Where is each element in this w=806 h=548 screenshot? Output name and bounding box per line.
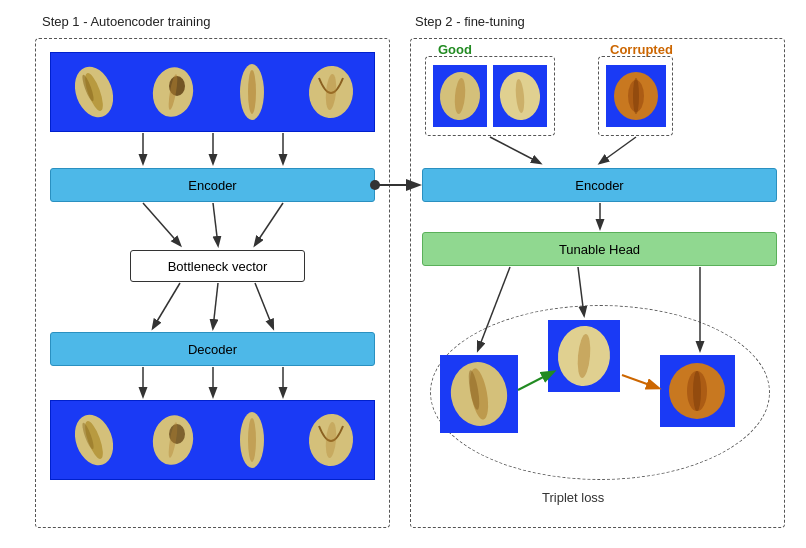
input-image-strip: [50, 52, 375, 132]
svg-point-10: [248, 70, 256, 114]
good-label: Good: [438, 42, 472, 57]
good-bean-1: [433, 65, 487, 127]
good-images-box: [425, 56, 555, 136]
bean-img-2: [147, 58, 199, 126]
step1-decoder-label: Decoder: [188, 342, 237, 357]
step2-encoder-bar: Encoder: [422, 168, 777, 202]
tunable-head-label: Tunable Head: [559, 242, 640, 257]
bean-img-4: [305, 58, 357, 126]
bean-img-1: [68, 58, 120, 126]
bottleneck-box: Bottleneck vector: [130, 250, 305, 282]
negative-bean-img: [660, 355, 735, 427]
positive-bean-img: [548, 320, 620, 392]
corrupted-label: Corrupted: [610, 42, 673, 57]
corrupted-images-box: [598, 56, 673, 136]
corrupted-bean-1: [606, 65, 666, 127]
svg-point-37: [633, 78, 639, 114]
triplet-negative-bean: [660, 355, 735, 427]
out-bean-1: [68, 406, 120, 474]
svg-point-48: [693, 371, 701, 411]
tunable-head-bar: Tunable Head: [422, 232, 777, 266]
out-bean-4: [305, 406, 357, 474]
step1-label: Step 1 - Autoencoder training: [42, 14, 210, 29]
step2-encoder-label: Encoder: [575, 178, 623, 193]
output-image-strip: [50, 400, 375, 480]
out-bean-2: [147, 406, 199, 474]
diagram-container: Step 1 - Autoencoder training Step 2 - f…: [0, 0, 806, 548]
step1-encoder-bar: Encoder: [50, 168, 375, 202]
out-bean-3: [226, 406, 278, 474]
bottleneck-label: Bottleneck vector: [168, 259, 268, 274]
triplet-loss-label: Triplet loss: [542, 490, 604, 505]
anchor-bean-img: [440, 355, 518, 433]
step2-label: Step 2 - fine-tuning: [415, 14, 525, 29]
good-bean-2: [493, 65, 547, 127]
step1-encoder-label: Encoder: [188, 178, 236, 193]
svg-point-24: [248, 418, 256, 462]
step1-decoder-bar: Decoder: [50, 332, 375, 366]
triplet-positive-bean: [548, 320, 620, 392]
triplet-anchor-bean: [440, 355, 518, 433]
bean-img-3: [226, 58, 278, 126]
